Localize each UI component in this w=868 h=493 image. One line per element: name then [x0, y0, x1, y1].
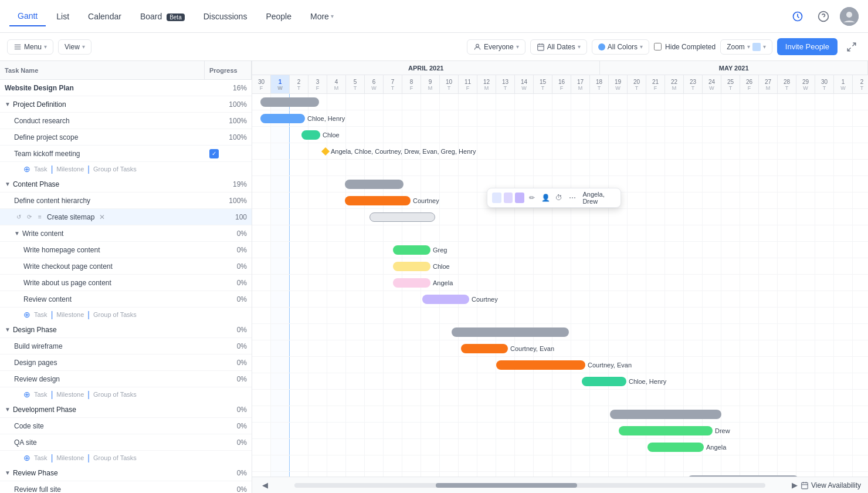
- gantt-bar[interactable]: Courtney, Evan: [496, 360, 585, 370]
- user-icon-btn[interactable]: 👤: [540, 191, 551, 204]
- view-button[interactable]: View ▾: [58, 39, 91, 55]
- gantt-row[interactable]: [252, 308, 868, 324]
- delete-icon[interactable]: ✕: [99, 213, 105, 221]
- help-icon-btn[interactable]: [814, 7, 833, 26]
- task-label: Define project scope: [0, 131, 205, 144]
- gantt-row[interactable]: [252, 94, 868, 110]
- zoom-button[interactable]: Zoom ▾ ▾: [720, 39, 772, 55]
- scroll-left-arrow[interactable]: ◀: [259, 480, 271, 491]
- project-label: Website Design Plan: [0, 82, 205, 94]
- phase-name: Content Phase: [13, 180, 59, 188]
- gantt-row[interactable]: [252, 406, 868, 423]
- nav-gantt[interactable]: Gantt: [9, 6, 46, 26]
- task-progress: 100%: [205, 117, 252, 125]
- gantt-row[interactable]: [252, 472, 868, 477]
- refresh2-icon[interactable]: ⟳: [25, 212, 34, 222]
- gantt-bar[interactable]: Greg: [393, 245, 430, 255]
- gantt-row[interactable]: [252, 455, 868, 472]
- bar-label: Courtney, Evan: [588, 362, 632, 369]
- list-icon[interactable]: ≡: [35, 212, 45, 222]
- gantt-bar[interactable]: [345, 180, 404, 189]
- add-task-row-3[interactable]: ⊕ Task | Milestone | Group of Tasks: [0, 387, 252, 401]
- hide-completed-area[interactable]: Hide Completed: [654, 43, 716, 51]
- menu-button[interactable]: Menu ▾: [7, 39, 53, 55]
- milestone-diamond[interactable]: [321, 147, 330, 155]
- gantt-bar[interactable]: Angela: [393, 278, 430, 288]
- all-dates-button[interactable]: All Dates ▾: [530, 39, 587, 55]
- nav-board[interactable]: Board Beta: [132, 7, 193, 26]
- gantt-row[interactable]: [252, 390, 868, 406]
- left-panel-header: Task Name Progress: [0, 61, 252, 80]
- refresh-icon[interactable]: ↺: [14, 212, 23, 222]
- gantt-bar[interactable]: Chloe, Henry: [260, 114, 305, 123]
- edit-icon-btn[interactable]: ✏: [527, 191, 538, 204]
- add-task-row-4[interactable]: ⊕ Task | Milestone | Group of Tasks: [0, 451, 252, 465]
- add-icon: ⊕: [23, 164, 30, 174]
- gantt-row[interactable]: Chloe, Henry: [252, 373, 868, 390]
- gantt-bar[interactable]: Drew: [619, 426, 713, 435]
- gantt-bar[interactable]: [687, 475, 799, 477]
- gantt-row[interactable]: [252, 324, 868, 340]
- all-colors-button[interactable]: All Colors ▾: [592, 39, 649, 55]
- hide-completed-checkbox[interactable]: [654, 43, 662, 50]
- nav-discussions[interactable]: Discussions: [195, 7, 256, 26]
- fullscreen-icon-btn[interactable]: [842, 38, 861, 56]
- gantt-row[interactable]: Chloe: [252, 258, 868, 275]
- more-icon-btn[interactable]: ⋯: [567, 191, 578, 204]
- nav-people[interactable]: People: [257, 7, 300, 26]
- phase-label: ▼ Development Phase: [0, 403, 205, 416]
- view-availability-btn[interactable]: View Availability: [801, 481, 861, 489]
- bar-toolbar[interactable]: ✏ 👤 ⏱ ⋯ Angela, Drew: [487, 188, 621, 208]
- gantt-row[interactable]: Courtney, Evan: [252, 357, 868, 373]
- add-task-row-2[interactable]: ⊕ Task | Milestone | Group of Tasks: [0, 308, 252, 322]
- gantt-bar[interactable]: [452, 327, 569, 337]
- scroll-thumb[interactable]: [436, 483, 577, 488]
- top-navigation: Gantt List Calendar Board Beta Discussio…: [0, 0, 868, 33]
- add-task-row-1[interactable]: ⊕ Task | Milestone | Group of Tasks: [0, 162, 252, 176]
- phase-toggle-icon[interactable]: ▼: [5, 101, 11, 107]
- gantt-bar[interactable]: [610, 410, 721, 419]
- gantt-row[interactable]: [252, 160, 868, 176]
- task-icons: ↺ ⟳ ≡: [14, 212, 45, 222]
- phase-toggle-icon[interactable]: ▼: [5, 406, 11, 413]
- gantt-row[interactable]: ✏ 👤 ⏱ ⋯ Angela, Drew: [252, 209, 868, 225]
- gantt-row[interactable]: Angela, Chloe, Courtney, Drew, Evan, Gre…: [252, 143, 868, 160]
- nav-list[interactable]: List: [48, 7, 77, 26]
- gantt-row[interactable]: Courtney: [252, 291, 868, 308]
- gantt-row[interactable]: Courtney, Evan: [252, 340, 868, 357]
- gantt-bar[interactable]: Chloe: [301, 130, 320, 140]
- nav-calendar[interactable]: Calendar: [80, 7, 130, 26]
- scroll-right-arrow[interactable]: ▶: [789, 480, 801, 491]
- task-review-full-site: Review full site 0%: [0, 481, 252, 493]
- gantt-row[interactable]: Greg: [252, 242, 868, 258]
- phase-toggle-icon[interactable]: ▼: [5, 181, 11, 187]
- gantt-row[interactable]: Angela: [252, 275, 868, 291]
- gantt-bar[interactable]: Courtney: [345, 196, 411, 205]
- clock-icon-btn[interactable]: ⏱: [553, 191, 564, 204]
- user-avatar[interactable]: [840, 7, 859, 26]
- gantt-row[interactable]: [252, 225, 868, 242]
- gantt-bar[interactable]: Chloe, Henry: [582, 377, 626, 386]
- timer-icon-btn[interactable]: [788, 7, 807, 26]
- gantt-row[interactable]: Drew: [252, 423, 868, 439]
- gantt-row[interactable]: Chloe, Henry: [252, 110, 868, 127]
- gantt-row[interactable]: Chloe: [252, 127, 868, 143]
- phase-toggle-icon[interactable]: ▼: [5, 470, 11, 476]
- gantt-bar[interactable]: Chloe: [393, 262, 430, 271]
- task-checkbox[interactable]: [209, 149, 219, 158]
- gantt-bar[interactable]: [260, 97, 319, 107]
- phase-toggle-icon[interactable]: ▼: [14, 230, 20, 237]
- view-availability-label: View Availability: [811, 481, 861, 489]
- gantt-row[interactable]: Angela: [252, 439, 868, 455]
- nav-more[interactable]: More ▾: [302, 7, 342, 26]
- hide-completed-label: Hide Completed: [665, 43, 716, 51]
- everyone-button[interactable]: Everyone ▾: [467, 39, 525, 55]
- gantt-bar[interactable]: Courtney, Evan: [461, 344, 508, 353]
- may-label: MAY 2021: [600, 61, 868, 75]
- gantt-bar[interactable]: [369, 212, 435, 222]
- gantt-bar[interactable]: Angela: [647, 443, 704, 452]
- invite-people-button[interactable]: Invite People: [777, 38, 838, 55]
- phase-toggle-icon[interactable]: ▼: [5, 326, 11, 333]
- gantt-bar[interactable]: Courtney: [422, 295, 469, 304]
- scroll-track[interactable]: [294, 483, 765, 488]
